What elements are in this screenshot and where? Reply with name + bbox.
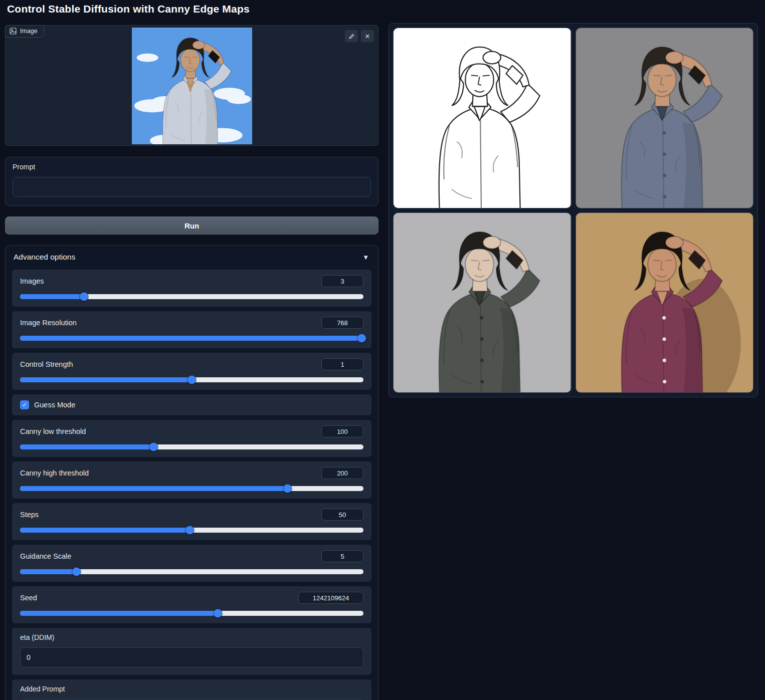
prompt-input[interactable] bbox=[13, 177, 371, 197]
canny-high-label: Canny high threshold bbox=[20, 469, 89, 477]
image-resolution-label: Image Resolution bbox=[20, 319, 77, 327]
controls-column: Image ✕ Prompt Run Advanced options ▼ I bbox=[5, 25, 378, 700]
images-label: Images bbox=[20, 277, 44, 285]
prompt-field: Prompt bbox=[5, 157, 378, 206]
guess-mode-label: Guess Mode bbox=[34, 401, 75, 409]
images-slider[interactable] bbox=[20, 294, 363, 299]
control-strength-slider[interactable] bbox=[20, 377, 363, 382]
image-resolution-slider-handle[interactable] bbox=[357, 334, 366, 343]
image-label: Image bbox=[20, 28, 38, 35]
image-actions: ✕ bbox=[345, 30, 374, 42]
run-button[interactable]: Run bbox=[5, 216, 378, 235]
slider-block-guidance-scale: Guidance Scale bbox=[12, 545, 371, 582]
added-prompt-label: Added Prompt bbox=[20, 685, 363, 693]
steps-slider-handle[interactable] bbox=[185, 526, 194, 535]
eta-label: eta (DDIM) bbox=[20, 633, 363, 641]
eta-input[interactable] bbox=[20, 647, 363, 667]
control-strength-label: Control Strength bbox=[20, 360, 73, 368]
pencil-icon bbox=[348, 33, 355, 40]
canny-high-slider-handle[interactable] bbox=[283, 485, 292, 493]
seed-slider-handle[interactable] bbox=[214, 609, 222, 618]
seed-number-input[interactable] bbox=[298, 592, 363, 604]
image-label-chip: Image bbox=[5, 25, 44, 38]
guess-mode-field: ✓ Guess Mode bbox=[12, 394, 371, 415]
image-icon bbox=[10, 28, 17, 35]
advanced-options-title: Advanced options bbox=[14, 253, 75, 262]
guess-mode-checkbox[interactable]: ✓ bbox=[20, 400, 29, 409]
canny-low-slider-handle[interactable] bbox=[149, 443, 158, 451]
seed-label: Seed bbox=[20, 594, 37, 602]
steps-slider[interactable] bbox=[20, 528, 363, 533]
canny-low-number-input[interactable] bbox=[321, 425, 363, 437]
page-title: Control Stable Diffusion with Canny Edge… bbox=[7, 3, 250, 15]
slider-block-control-strength: Control Strength bbox=[12, 353, 371, 390]
slider-block-canny-high: Canny high threshold bbox=[12, 461, 371, 499]
image-input[interactable]: Image ✕ bbox=[5, 25, 378, 146]
gallery-grid bbox=[393, 28, 753, 393]
control-strength-number-input[interactable] bbox=[321, 358, 363, 370]
gallery-item-generated-3[interactable] bbox=[576, 212, 754, 393]
prompt-label: Prompt bbox=[13, 163, 371, 171]
gallery-item-generated-1[interactable] bbox=[576, 28, 754, 208]
guidance-scale-slider[interactable] bbox=[20, 569, 363, 574]
steps-number-input[interactable] bbox=[321, 509, 363, 521]
steps-label: Steps bbox=[20, 511, 39, 519]
guidance-scale-slider-handle[interactable] bbox=[72, 568, 81, 576]
clear-image-button[interactable]: ✕ bbox=[361, 30, 374, 42]
slider-block-steps: Steps bbox=[12, 503, 371, 540]
app-root: { "page": { "title": "Control Stable Dif… bbox=[0, 0, 765, 700]
result-gallery bbox=[389, 23, 758, 397]
gallery-item-edge-map[interactable] bbox=[393, 28, 571, 208]
slider-block-canny-low: Canny low threshold bbox=[12, 420, 371, 457]
slider-block-image-resolution: Image Resolution bbox=[12, 311, 371, 348]
canny-low-slider[interactable] bbox=[20, 444, 363, 449]
images-number-input[interactable] bbox=[321, 275, 363, 287]
guidance-scale-label: Guidance Scale bbox=[20, 552, 71, 560]
guidance-scale-number-input[interactable] bbox=[321, 550, 363, 562]
canny-high-slider[interactable] bbox=[20, 486, 363, 491]
chevron-down-icon: ▼ bbox=[362, 254, 369, 261]
added-prompt-field: Added Prompt bbox=[12, 679, 371, 700]
advanced-options-body: Images Image Resolution Control St bbox=[6, 268, 378, 700]
images-slider-handle[interactable] bbox=[80, 293, 88, 301]
uploaded-photo bbox=[132, 28, 252, 144]
advanced-options-accordion: Advanced options ▼ Images Image Resoluti… bbox=[5, 245, 378, 700]
slider-block-seed: Seed bbox=[12, 586, 371, 623]
canny-low-label: Canny low threshold bbox=[20, 427, 86, 435]
image-resolution-number-input[interactable] bbox=[321, 317, 363, 329]
slider-block-images: Images bbox=[12, 270, 371, 307]
advanced-options-header[interactable]: Advanced options ▼ bbox=[6, 246, 378, 268]
gallery-item-generated-2[interactable] bbox=[393, 212, 571, 393]
control-strength-slider-handle[interactable] bbox=[187, 376, 196, 384]
seed-slider[interactable] bbox=[20, 611, 363, 616]
eta-field: eta (DDIM) bbox=[12, 628, 371, 675]
edit-image-button[interactable] bbox=[345, 30, 358, 42]
canny-high-number-input[interactable] bbox=[321, 467, 363, 479]
image-resolution-slider[interactable] bbox=[20, 336, 363, 341]
